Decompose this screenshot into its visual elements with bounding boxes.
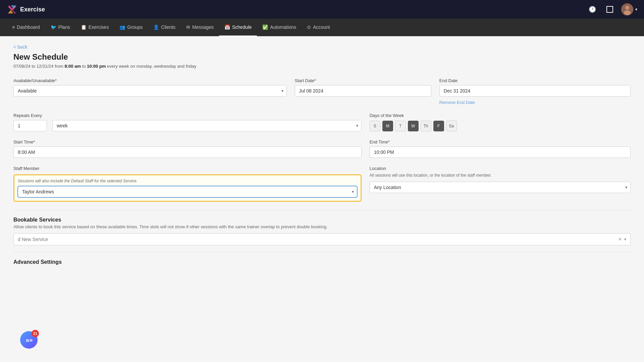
form-row-3: Start Time* End Time* bbox=[13, 139, 631, 158]
schedule-summary: 07/08/24 to 12/31/24 from 8:00 am to 10:… bbox=[13, 64, 631, 69]
available-label: Available/Unavailable* bbox=[13, 78, 287, 83]
day-btn-tue[interactable]: T bbox=[395, 121, 406, 131]
nav-label-groups: Groups bbox=[127, 24, 143, 30]
messages-icon: ✉ bbox=[186, 24, 190, 30]
bookable-title: Bookable Services bbox=[13, 217, 631, 223]
notification-badge: » 21 bbox=[20, 331, 38, 349]
end-date-input[interactable] bbox=[439, 85, 631, 97]
end-date-group: End Date Remove End Date bbox=[439, 78, 631, 105]
nav-item-automations[interactable]: ✅ Automations bbox=[257, 19, 302, 36]
end-time-label: End Time* bbox=[370, 139, 631, 144]
nav-item-schedule[interactable]: 📅 Schedule bbox=[219, 19, 257, 36]
summary-date-to: 12/31/24 bbox=[37, 64, 54, 69]
summary-to-1: to bbox=[32, 64, 36, 69]
close-service-button[interactable]: × bbox=[619, 236, 622, 242]
account-icon: ⊙ bbox=[307, 24, 311, 30]
day-btn-fri[interactable]: F bbox=[433, 121, 444, 131]
expand-service-button[interactable]: ▾ bbox=[624, 237, 626, 242]
end-time-group: End Time* bbox=[370, 139, 631, 158]
location-select[interactable]: Any Location bbox=[370, 182, 631, 193]
window-icon bbox=[606, 6, 613, 13]
nav-item-plans[interactable]: 🐦 Plans bbox=[45, 19, 75, 36]
start-time-group: Start Time* bbox=[13, 139, 362, 158]
back-link[interactable]: < back bbox=[13, 44, 28, 50]
top-bar: Exercise 🕐 ▾ bbox=[0, 0, 644, 19]
summary-time-from: 8:00 am bbox=[65, 64, 81, 69]
repeats-unit-select[interactable]: dayweekmonthyear bbox=[52, 120, 362, 131]
app-name: Exercise bbox=[20, 6, 45, 13]
nav-bar: ≡ Dashboard 🐦 Plans 📋 Exercises 👥 Groups… bbox=[0, 19, 644, 36]
section-divider-1 bbox=[13, 210, 631, 210]
summary-time-to: 10:00 pm bbox=[87, 64, 106, 69]
svg-point-4 bbox=[625, 6, 629, 10]
available-select[interactable]: AvailableUnavailable bbox=[13, 85, 287, 97]
page-title: New Schedule bbox=[13, 52, 631, 62]
exercises-icon: 📋 bbox=[81, 24, 87, 30]
nav-item-account[interactable]: ⊙ Account bbox=[302, 19, 335, 36]
advanced-settings-title: Advanced Settings bbox=[13, 259, 631, 265]
available-group: Available/Unavailable* AvailableUnavaila… bbox=[13, 78, 287, 105]
repeats-label: Repeats Every bbox=[13, 113, 362, 118]
repeats-unit-wrap: dayweekmonthyear bbox=[52, 120, 362, 131]
window-button[interactable] bbox=[604, 3, 616, 15]
nav-item-dashboard[interactable]: ≡ Dashboard bbox=[7, 19, 45, 36]
app-logo: Exercise bbox=[7, 4, 45, 15]
staff-note: Sessions will also include the Default S… bbox=[18, 179, 357, 183]
location-label: Location bbox=[370, 166, 631, 171]
staff-select-wrap: Taylor Andrews bbox=[18, 186, 357, 197]
top-bar-actions: 🕐 ▾ bbox=[586, 3, 637, 15]
nav-item-groups[interactable]: 👥 Groups bbox=[114, 19, 148, 36]
start-date-input[interactable] bbox=[295, 85, 431, 97]
nav-label-messages: Messages bbox=[192, 24, 214, 30]
nav-item-messages[interactable]: ✉ Messages bbox=[181, 19, 219, 36]
repeats-num-input[interactable] bbox=[13, 120, 47, 131]
add-service-actions: × ▾ bbox=[619, 236, 626, 242]
start-time-input[interactable] bbox=[13, 146, 362, 158]
day-btn-wed[interactable]: W bbox=[408, 121, 419, 131]
nav-label-plans: Plans bbox=[58, 24, 70, 30]
summary-from-label: from bbox=[55, 64, 65, 69]
location-group: Location All sessions will use this loca… bbox=[370, 166, 631, 202]
nav-item-clients[interactable]: 👤 Clients bbox=[148, 19, 181, 36]
day-btn-thu[interactable]: Th bbox=[421, 121, 431, 131]
repeats-row: dayweekmonthyear bbox=[13, 120, 362, 131]
summary-rec-text: every week on monday, wednesday and frid… bbox=[107, 64, 196, 69]
day-btn-mon[interactable]: M bbox=[382, 121, 393, 131]
automations-icon: ✅ bbox=[262, 24, 268, 30]
nav-label-dashboard: Dashboard bbox=[17, 24, 40, 30]
notif-count: 21 bbox=[32, 330, 39, 337]
clients-icon: 👤 bbox=[153, 24, 159, 30]
day-btn-sun[interactable]: S bbox=[370, 121, 380, 131]
nav-label-clients: Clients bbox=[161, 24, 175, 30]
repeats-group: Repeats Every dayweekmonthyear bbox=[13, 113, 362, 131]
notif-badge-button[interactable]: » 21 bbox=[20, 331, 38, 349]
staff-highlight-box: Sessions will also include the Default S… bbox=[13, 174, 362, 202]
nav-item-exercises[interactable]: 📋 Exercises bbox=[75, 19, 114, 36]
start-time-label: Start Time* bbox=[13, 139, 362, 144]
form-row-2: Repeats Every dayweekmonthyear Days of t… bbox=[13, 113, 631, 131]
groups-icon: 👥 bbox=[119, 24, 125, 30]
location-desc: All sessions will use this location, or … bbox=[370, 173, 631, 178]
dashboard-icon: ≡ bbox=[12, 24, 15, 30]
nav-label-exercises: Exercises bbox=[89, 24, 109, 30]
main-content: < back New Schedule 07/08/24 to 12/31/24… bbox=[0, 36, 644, 362]
nav-label-schedule: Schedule bbox=[232, 24, 252, 30]
end-time-input[interactable] bbox=[370, 146, 631, 158]
timer-icon: 🕐 bbox=[589, 6, 596, 13]
form-row-4: Staff Member Sessions will also include … bbox=[13, 166, 631, 202]
day-btn-sat[interactable]: Sa bbox=[446, 121, 457, 131]
section-divider-2 bbox=[13, 252, 631, 252]
add-service-row: × ▾ bbox=[13, 233, 631, 245]
avatar bbox=[621, 3, 633, 15]
end-date-label: End Date bbox=[439, 78, 631, 83]
plans-icon: 🐦 bbox=[51, 24, 56, 30]
add-service-input[interactable] bbox=[18, 237, 616, 242]
summary-date-from: 07/08/24 bbox=[13, 64, 31, 69]
user-menu-button[interactable]: ▾ bbox=[621, 3, 637, 15]
user-chevron-icon: ▾ bbox=[635, 7, 637, 12]
start-date-group: Start Date* bbox=[295, 78, 431, 105]
staff-select[interactable]: Taylor Andrews bbox=[18, 186, 357, 197]
remove-end-date-link[interactable]: Remove End Date bbox=[439, 100, 631, 105]
repeats-num-group bbox=[13, 120, 47, 131]
timer-button[interactable]: 🕐 bbox=[586, 3, 598, 15]
